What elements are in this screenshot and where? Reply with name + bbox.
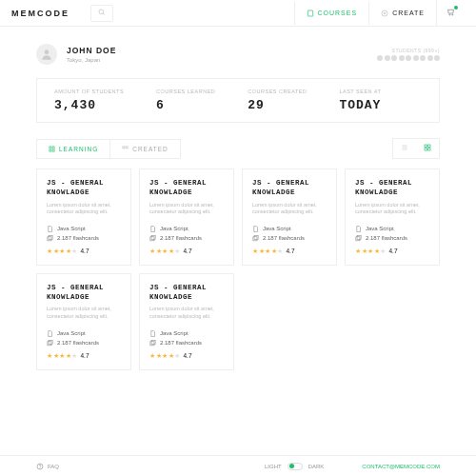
svg-rect-30 — [48, 342, 51, 346]
svg-rect-2 — [307, 10, 312, 16]
view-list-button[interactable] — [393, 139, 416, 158]
view-grid-button[interactable] — [416, 139, 439, 158]
svg-rect-33 — [151, 340, 155, 344]
card-language: Java Script — [47, 330, 121, 337]
brand-logo[interactable]: MEMCODE — [11, 9, 69, 18]
faq-link[interactable]: FAQ — [36, 463, 59, 470]
nav-cart[interactable] — [436, 0, 465, 26]
svg-rect-19 — [428, 145, 430, 147]
card-desc: Lorem ipsum dolor sit amet, consectetur … — [47, 202, 121, 216]
nav-courses-label: COURSES — [318, 10, 358, 16]
svg-rect-21 — [428, 149, 430, 150]
avatar[interactable] — [36, 44, 57, 65]
card-desc: Lorem ipsum dolor sit amet, consectetur … — [149, 202, 224, 216]
card-title: JS - GENERAL KNOWLADGE — [47, 179, 121, 198]
help-icon — [36, 463, 44, 470]
file-icon — [149, 330, 156, 337]
stat-learned: COURSES LEARNED6 — [156, 89, 215, 112]
card-rating: ★★★★★ 4.7 — [355, 248, 429, 255]
card-desc: Lorem ipsum dolor sit amet, consectetur … — [252, 202, 327, 216]
theme-toggle[interactable]: LIGHT DARK — [265, 463, 324, 470]
cards-icon — [149, 340, 156, 347]
toggle-switch[interactable] — [288, 463, 303, 470]
list-icon — [122, 146, 129, 152]
stat-lastseen: LAST SEEN ATTODAY — [339, 89, 381, 112]
cards-icon — [149, 235, 156, 242]
stat-students: AMOUNT OF STUDENTS3,430 — [54, 89, 124, 112]
user-name: JOHN DOE — [67, 46, 116, 55]
stats-panel: AMOUNT OF STUDENTS3,430 COURSES LEARNED6… — [36, 78, 440, 123]
cards-icon — [252, 235, 259, 242]
svg-rect-32 — [150, 342, 154, 346]
svg-point-7 — [452, 14, 453, 15]
card-flashcards: 2.187 flashcards — [355, 235, 429, 242]
svg-point-6 — [449, 14, 450, 15]
cards-icon — [355, 235, 362, 242]
svg-point-0 — [99, 10, 104, 14]
card-title: JS - GENERAL KNOWLADGE — [252, 179, 327, 198]
streak-dots — [377, 55, 440, 61]
svg-line-1 — [103, 13, 105, 15]
course-card[interactable]: JS - GENERAL KNOWLADGE Lorem ipsum dolor… — [36, 273, 131, 370]
card-rating: ★★★★★ 4.7 — [149, 248, 224, 255]
card-title: JS - GENERAL KNOWLADGE — [355, 179, 429, 198]
user-icon — [40, 48, 53, 61]
svg-rect-28 — [356, 237, 360, 241]
svg-rect-31 — [49, 340, 52, 344]
svg-rect-13 — [123, 146, 125, 148]
svg-rect-27 — [254, 235, 258, 239]
card-rating: ★★★★★ 4.7 — [47, 352, 121, 360]
card-title: JS - GENERAL KNOWLADGE — [149, 179, 224, 198]
svg-rect-29 — [357, 235, 361, 239]
svg-rect-20 — [425, 149, 426, 150]
card-language: Java Script — [355, 226, 429, 232]
card-desc: Lorem ipsum dolor sit amet, consectetur … — [355, 202, 429, 216]
plus-circle-icon — [381, 10, 388, 17]
cards-icon — [47, 235, 53, 242]
svg-rect-26 — [253, 237, 257, 241]
card-desc: Lorem ipsum dolor sit amet, consectetur … — [149, 306, 224, 320]
svg-rect-10 — [52, 146, 54, 148]
cards-icon — [47, 340, 53, 347]
course-card[interactable]: JS - GENERAL KNOWLADGE Lorem ipsum dolor… — [139, 273, 234, 370]
svg-rect-9 — [50, 146, 51, 148]
card-flashcards: 2.187 flashcards — [149, 340, 224, 347]
card-title: JS - GENERAL KNOWLADGE — [149, 284, 224, 303]
svg-point-8 — [45, 50, 50, 54]
card-language: Java Script — [252, 226, 327, 232]
nav-courses[interactable]: COURSES — [294, 2, 369, 25]
tab-learning[interactable]: LEARNING — [37, 140, 110, 158]
course-card[interactable]: JS - GENERAL KNOWLADGE Lorem ipsum dolor… — [36, 169, 131, 266]
card-flashcards: 2.187 flashcards — [47, 340, 121, 347]
card-flashcards: 2.187 flashcards — [149, 235, 224, 242]
tab-created[interactable]: CREATED — [110, 140, 180, 158]
file-icon — [47, 226, 53, 232]
nav-create[interactable]: CREATE — [368, 2, 436, 25]
svg-rect-11 — [50, 149, 51, 151]
nav-create-label: CREATE — [392, 10, 425, 16]
list-view-icon — [401, 144, 408, 151]
grid-icon — [49, 146, 55, 152]
search-input[interactable] — [90, 5, 113, 22]
contact-link[interactable]: CONTACT@MEMCODE.COM — [362, 464, 440, 469]
card-language: Java Script — [47, 226, 121, 232]
streak-label: STUDENTS (999+) — [377, 48, 440, 53]
user-location: Tokyo, Japan — [67, 57, 116, 63]
card-language: Java Script — [149, 226, 224, 232]
course-card[interactable]: JS - GENERAL KNOWLADGE Lorem ipsum dolor… — [139, 169, 234, 266]
svg-rect-22 — [48, 237, 51, 241]
theme-light-label: LIGHT — [265, 464, 282, 469]
card-title: JS - GENERAL KNOWLADGE — [47, 284, 121, 303]
svg-rect-18 — [425, 145, 426, 147]
svg-rect-25 — [151, 235, 155, 239]
course-card[interactable]: JS - GENERAL KNOWLADGE Lorem ipsum dolor… — [345, 169, 440, 266]
file-icon — [355, 226, 362, 232]
card-rating: ★★★★★ 4.7 — [252, 248, 327, 255]
stat-created: COURSES CREATED29 — [248, 89, 307, 112]
svg-rect-24 — [150, 237, 154, 241]
file-icon — [47, 330, 53, 337]
svg-rect-12 — [52, 149, 54, 151]
svg-rect-14 — [126, 146, 128, 148]
course-card[interactable]: JS - GENERAL KNOWLADGE Lorem ipsum dolor… — [242, 169, 337, 266]
card-flashcards: 2.187 flashcards — [252, 235, 327, 242]
